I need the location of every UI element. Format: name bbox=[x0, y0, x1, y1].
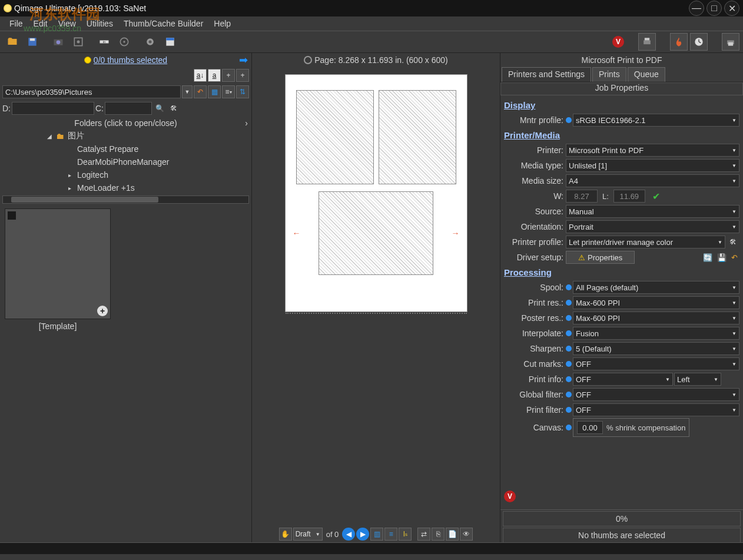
cursor-text-icon[interactable]: Is bbox=[399, 528, 412, 541]
info-dot-icon[interactable] bbox=[566, 330, 572, 336]
menu-file[interactable]: File bbox=[5, 18, 28, 29]
drive-d-input[interactable] bbox=[12, 102, 94, 115]
draft-combo[interactable]: Draft▼ bbox=[293, 528, 323, 541]
hand-icon[interactable]: ✋ bbox=[279, 528, 292, 541]
tab-prints[interactable]: Prints bbox=[592, 67, 626, 82]
print-info-combo[interactable]: OFF▼ bbox=[573, 373, 673, 386]
print-info-side-combo[interactable]: Left▼ bbox=[674, 373, 721, 386]
width-input[interactable] bbox=[566, 190, 598, 203]
poster-res-combo[interactable]: Max-600 PPI▼ bbox=[573, 312, 739, 324]
screenshot-icon[interactable] bbox=[69, 33, 87, 51]
interpolate-combo[interactable]: Fusion▼ bbox=[573, 327, 739, 340]
length-input[interactable] bbox=[613, 190, 645, 203]
tree-item[interactable]: DearMobiPhoneManager bbox=[77, 157, 169, 167]
gear-icon[interactable] bbox=[141, 33, 159, 51]
mntr-profile-combo[interactable]: sRGB IEC61966-2.1▼ bbox=[573, 114, 739, 127]
info-dot-icon[interactable] bbox=[566, 315, 572, 321]
properties-button[interactable]: ⚠Properties bbox=[566, 251, 635, 264]
clock-icon[interactable] bbox=[690, 33, 708, 51]
refresh-icon[interactable]: 🔄 bbox=[703, 253, 712, 262]
tree-expand-icon[interactable]: ▸ bbox=[68, 185, 74, 191]
thumbs-selected-link[interactable]: 0/0 thumbs selected bbox=[94, 55, 167, 65]
canvas-input[interactable] bbox=[577, 421, 603, 434]
edit-doc-icon[interactable]: 📄 bbox=[446, 528, 459, 541]
close-button[interactable]: ✕ bbox=[724, 1, 739, 16]
spool-combo[interactable]: All Pages (default)▼ bbox=[573, 281, 739, 294]
next-page-icon[interactable]: ▶ bbox=[356, 528, 369, 541]
page-preview[interactable]: ← → bbox=[285, 74, 467, 312]
filter-a1-button[interactable]: a↓ bbox=[194, 69, 207, 82]
media-size-combo[interactable]: A4▼ bbox=[566, 174, 739, 187]
tree-root[interactable]: 图片 bbox=[68, 131, 84, 141]
source-combo[interactable]: Manual▼ bbox=[566, 205, 739, 218]
ruler-icon[interactable]: in bbox=[95, 33, 113, 51]
eye-icon[interactable]: 👁 bbox=[460, 528, 473, 541]
info-dot-icon[interactable] bbox=[566, 117, 572, 123]
drive-c-input[interactable] bbox=[105, 102, 152, 115]
info-dot-icon[interactable] bbox=[566, 361, 572, 367]
layout-cell[interactable] bbox=[379, 90, 456, 184]
tree-item[interactable]: Catalyst Prepare bbox=[77, 144, 138, 154]
menu-thumb-cache[interactable]: Thumb/Cache Builder bbox=[119, 18, 208, 29]
info-dot-icon[interactable] bbox=[566, 300, 572, 306]
back-arrow-icon[interactable]: ↶ bbox=[194, 85, 207, 98]
global-filter-combo[interactable]: OFF▼ bbox=[573, 388, 739, 401]
tree-scrollbar[interactable] bbox=[2, 195, 249, 204]
camera-icon[interactable] bbox=[49, 33, 67, 51]
maximize-button[interactable]: □ bbox=[706, 1, 722, 16]
print-filter-combo[interactable]: OFF▼ bbox=[573, 403, 739, 416]
info-dot-icon[interactable] bbox=[566, 284, 572, 290]
add-button[interactable]: + bbox=[222, 69, 235, 82]
printer2-icon[interactable] bbox=[722, 33, 739, 51]
printer-profile-combo[interactable]: Let printer/driver manage color▼ bbox=[566, 236, 725, 248]
print-res-combo[interactable]: Max-600 PPI▼ bbox=[573, 296, 739, 309]
template-thumbnail[interactable]: + bbox=[5, 208, 111, 319]
panel-icon[interactable] bbox=[161, 33, 179, 51]
section-printer[interactable]: Printer/Media bbox=[503, 128, 739, 143]
layout-cell[interactable] bbox=[296, 90, 374, 184]
print-icon[interactable] bbox=[638, 33, 656, 51]
swap-icon[interactable]: ⇄ bbox=[417, 528, 430, 541]
menu-utilities[interactable]: Utilities bbox=[82, 18, 118, 29]
info-dot-icon[interactable] bbox=[566, 392, 572, 397]
menu-help[interactable]: Help bbox=[209, 18, 235, 29]
layout-cell[interactable] bbox=[319, 191, 434, 275]
cut-marks-combo[interactable]: OFF▼ bbox=[573, 357, 739, 370]
folders-header[interactable]: Folders (click to open/close) › bbox=[0, 117, 251, 130]
tab-printers-settings[interactable]: Printers and Settings bbox=[502, 67, 591, 82]
info-dot-icon[interactable] bbox=[566, 376, 572, 382]
copy-icon[interactable]: ⎘ bbox=[432, 528, 445, 541]
section-display[interactable]: Display bbox=[503, 98, 739, 112]
printer-combo[interactable]: Microsoft Print to PDF▼ bbox=[566, 144, 739, 157]
target-icon[interactable] bbox=[115, 33, 133, 51]
tools-icon[interactable]: 🛠 bbox=[167, 102, 180, 115]
tree-item[interactable]: MoeLoader +1s bbox=[77, 183, 135, 193]
orientation-combo[interactable]: Portrait▼ bbox=[566, 220, 739, 233]
open-folder-icon[interactable] bbox=[4, 33, 21, 51]
tree-expand-icon[interactable]: ▸ bbox=[68, 172, 74, 178]
section-processing[interactable]: Processing bbox=[503, 265, 739, 280]
minimize-button[interactable]: — bbox=[689, 1, 704, 16]
undo-icon[interactable]: ↶ bbox=[731, 253, 738, 262]
binoculars-icon[interactable]: 🔍 bbox=[153, 102, 166, 115]
menu-edit[interactable]: Edit bbox=[29, 18, 52, 29]
list-menu-icon[interactable]: ≡▾ bbox=[222, 85, 235, 98]
info-dot-icon[interactable] bbox=[566, 425, 572, 430]
rows-icon[interactable]: ≡ bbox=[384, 528, 397, 541]
save-icon[interactable] bbox=[24, 33, 41, 51]
wrench-icon[interactable]: 🛠 bbox=[727, 236, 739, 248]
sharpen-combo[interactable]: 5 (Default)▼ bbox=[573, 342, 739, 355]
v-badge-icon[interactable]: V bbox=[612, 36, 624, 48]
tab-queue[interactable]: Queue bbox=[628, 67, 665, 82]
arrow-right-icon[interactable]: ➡ bbox=[239, 54, 248, 67]
info-dot-icon[interactable] bbox=[566, 407, 572, 413]
add2-button[interactable]: + bbox=[236, 69, 249, 82]
prev-page-icon[interactable]: ◀ bbox=[342, 528, 355, 541]
menu-view[interactable]: View bbox=[54, 18, 81, 29]
path-input[interactable] bbox=[2, 85, 181, 98]
tree-collapse-icon[interactable]: ◢ bbox=[47, 133, 52, 140]
filter-a2-button[interactable]: a bbox=[208, 69, 221, 82]
v-badge2-icon[interactable]: V bbox=[504, 491, 516, 502]
tree-item[interactable]: Logitech bbox=[77, 170, 108, 180]
save2-icon[interactable]: 💾 bbox=[717, 253, 727, 262]
